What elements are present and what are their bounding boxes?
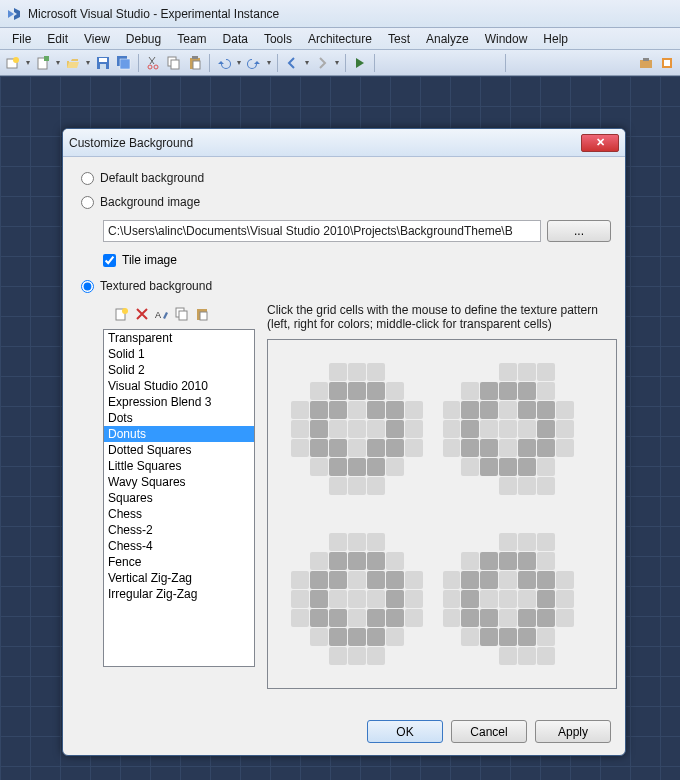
grid-cell[interactable] [424, 647, 442, 665]
grid-cell[interactable] [443, 533, 461, 551]
save-all-icon[interactable] [115, 54, 133, 72]
grid-cell[interactable] [480, 420, 498, 438]
radio-default-background[interactable]: Default background [81, 171, 611, 185]
grid-cell[interactable] [594, 363, 612, 381]
grid-cell[interactable] [291, 344, 309, 362]
grid-cell[interactable] [556, 571, 574, 589]
grid-cell[interactable] [556, 552, 574, 570]
grid-cell[interactable] [443, 609, 461, 627]
grid-cell[interactable] [594, 401, 612, 419]
grid-cell[interactable] [424, 382, 442, 400]
grid-cell[interactable] [461, 458, 479, 476]
grid-cell[interactable] [499, 363, 517, 381]
grid-cell[interactable] [594, 420, 612, 438]
grid-cell[interactable] [499, 401, 517, 419]
radio-textured-background[interactable]: Textured background [81, 279, 611, 293]
grid-cell[interactable] [461, 344, 479, 362]
grid-cell[interactable] [348, 344, 366, 362]
grid-cell[interactable] [556, 439, 574, 457]
grid-cell[interactable] [367, 552, 385, 570]
grid-cell[interactable] [291, 571, 309, 589]
list-item[interactable]: Chess [104, 506, 254, 522]
grid-cell[interactable] [537, 363, 555, 381]
grid-cell[interactable] [461, 363, 479, 381]
grid-cell[interactable] [537, 515, 555, 533]
grid-cell[interactable] [329, 666, 347, 684]
grid-cell[interactable] [405, 609, 423, 627]
add-item-dropdown-icon[interactable]: ▾ [55, 55, 61, 71]
grid-cell[interactable] [575, 666, 593, 684]
grid-cell[interactable] [291, 666, 309, 684]
grid-cell[interactable] [480, 552, 498, 570]
grid-cell[interactable] [291, 477, 309, 495]
grid-cell[interactable] [272, 515, 290, 533]
grid-cell[interactable] [310, 571, 328, 589]
grid-cell[interactable] [556, 609, 574, 627]
grid-cell[interactable] [575, 552, 593, 570]
radio-image-input[interactable] [81, 196, 94, 209]
grid-cell[interactable] [291, 401, 309, 419]
redo-icon[interactable] [245, 54, 263, 72]
grid-cell[interactable] [329, 458, 347, 476]
grid-cell[interactable] [348, 363, 366, 381]
grid-cell[interactable] [575, 477, 593, 495]
grid-cell[interactable] [518, 533, 536, 551]
grid-cell[interactable] [537, 628, 555, 646]
grid-cell[interactable] [556, 477, 574, 495]
grid-cell[interactable] [310, 552, 328, 570]
grid-cell[interactable] [537, 533, 555, 551]
grid-cell[interactable] [518, 420, 536, 438]
grid-cell[interactable] [594, 571, 612, 589]
grid-cell[interactable] [329, 552, 347, 570]
grid-cell[interactable] [272, 571, 290, 589]
grid-cell[interactable] [424, 666, 442, 684]
grid-cell[interactable] [480, 515, 498, 533]
grid-cell[interactable] [556, 382, 574, 400]
grid-cell[interactable] [272, 552, 290, 570]
radio-default-input[interactable] [81, 172, 94, 185]
grid-cell[interactable] [575, 609, 593, 627]
grid-cell[interactable] [291, 590, 309, 608]
grid-cell[interactable] [499, 647, 517, 665]
grid-cell[interactable] [594, 666, 612, 684]
ok-button[interactable]: OK [367, 720, 443, 743]
grid-cell[interactable] [424, 401, 442, 419]
grid-cell[interactable] [461, 382, 479, 400]
grid-cell[interactable] [499, 458, 517, 476]
grid-cell[interactable] [291, 439, 309, 457]
grid-cell[interactable] [556, 344, 574, 362]
grid-cell[interactable] [405, 439, 423, 457]
grid-cell[interactable] [329, 363, 347, 381]
grid-cell[interactable] [367, 571, 385, 589]
nav-forward-dropdown-icon[interactable]: ▾ [334, 55, 340, 71]
grid-cell[interactable] [329, 496, 347, 514]
menu-window[interactable]: Window [477, 30, 536, 48]
grid-cell[interactable] [499, 609, 517, 627]
grid-cell[interactable] [480, 363, 498, 381]
delete-preset-icon[interactable] [133, 305, 151, 323]
grid-cell[interactable] [386, 401, 404, 419]
grid-cell[interactable] [329, 515, 347, 533]
grid-cell[interactable] [367, 439, 385, 457]
grid-cell[interactable] [348, 496, 366, 514]
grid-cell[interactable] [480, 571, 498, 589]
tile-image-checkbox[interactable]: Tile image [103, 253, 611, 267]
open-dropdown-icon[interactable]: ▾ [85, 55, 91, 71]
grid-cell[interactable] [310, 382, 328, 400]
grid-cell[interactable] [556, 590, 574, 608]
grid-cell[interactable] [367, 647, 385, 665]
cut-icon[interactable] [144, 54, 162, 72]
grid-cell[interactable] [329, 401, 347, 419]
grid-cell[interactable] [556, 458, 574, 476]
grid-cell[interactable] [499, 344, 517, 362]
grid-cell[interactable] [272, 363, 290, 381]
grid-cell[interactable] [443, 628, 461, 646]
apply-button[interactable]: Apply [535, 720, 611, 743]
grid-cell[interactable] [348, 590, 366, 608]
grid-cell[interactable] [537, 344, 555, 362]
grid-cell[interactable] [386, 533, 404, 551]
grid-cell[interactable] [518, 382, 536, 400]
grid-cell[interactable] [443, 666, 461, 684]
new-preset-icon[interactable] [113, 305, 131, 323]
grid-cell[interactable] [461, 590, 479, 608]
